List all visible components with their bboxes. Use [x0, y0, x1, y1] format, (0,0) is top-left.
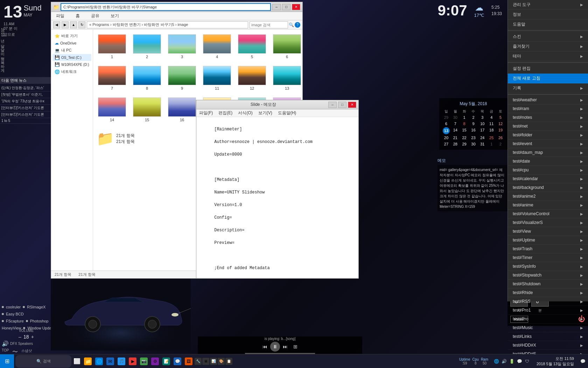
- menu-item-trash[interactable]: test#Trash ▶: [508, 245, 588, 253]
- ribbon-tab-share[interactable]: 공유: [89, 12, 102, 20]
- menu-item-uptime[interactable]: test#Uptime ▶: [508, 236, 588, 245]
- small-icon-3[interactable]: 📊: [210, 358, 217, 365]
- cal-day-21[interactable]: 21: [451, 135, 460, 141]
- editor-menu-help[interactable]: 도움말(H): [278, 110, 296, 116]
- cal-day-18[interactable]: 18: [487, 127, 496, 134]
- cal-day-2[interactable]: 2: [469, 115, 478, 120]
- menu-item-links[interactable]: test#Links ▶: [508, 332, 588, 341]
- menu-item-anime[interactable]: test#anime ▶: [508, 201, 588, 210]
- task-view-btn[interactable]: ⬜: [72, 355, 82, 368]
- menu-item-refresh[interactable]: 전체 새로 고침: [508, 74, 588, 83]
- editor-menu-format[interactable]: 서식(O): [238, 110, 252, 116]
- editor-minimize-btn[interactable]: –: [328, 102, 337, 108]
- app-row-easybcd[interactable]: Easy BCD: [2, 312, 55, 316]
- menu-item-folder[interactable]: test#folder ▶: [508, 131, 588, 139]
- expand-btn[interactable]: ⊞: [293, 344, 298, 349]
- cal-day-1[interactable]: 1: [460, 115, 469, 120]
- forward-btn[interactable]: ▶: [62, 21, 69, 28]
- up-btn[interactable]: ▲: [70, 21, 77, 28]
- sidebar-osdrive[interactable]: 💾 OS_Test (C:): [52, 54, 91, 61]
- cal-day-25[interactable]: 25: [487, 135, 496, 141]
- taskbar-app-10[interactable]: 🖼: [183, 355, 194, 368]
- menu-item-anime2[interactable]: test#anime2 ▶: [508, 192, 588, 201]
- tray-message[interactable]: 💬: [516, 358, 523, 364]
- tray-network[interactable]: 🌐: [493, 358, 499, 364]
- taskbar-app-9[interactable]: 💬: [172, 355, 183, 368]
- cal-day-5[interactable]: 5: [496, 115, 505, 120]
- cal-day-6[interactable]: 6: [442, 121, 450, 127]
- cal-day-28[interactable]: 28: [451, 141, 460, 147]
- cal-day-23[interactable]: 23: [469, 135, 478, 141]
- thumb-11[interactable]: 11: [202, 64, 232, 92]
- menu-item-sysinfo[interactable]: test#SysInfo ▶: [508, 262, 588, 271]
- menu-item-weather[interactable]: test#weather ▶: [508, 96, 588, 104]
- menu-item-daum-map[interactable]: test#daum_map ▶: [508, 148, 588, 157]
- cal-day-24[interactable]: 24: [478, 135, 486, 141]
- ribbon-tab-file[interactable]: 파일: [54, 12, 66, 20]
- menu-item-pro1[interactable]: test#Pro1 ▶: [508, 306, 588, 315]
- thumb-14[interactable]: 14: [97, 96, 127, 123]
- menu-item-hddx[interactable]: test#HDD#X ▶: [508, 341, 588, 350]
- small-icon-5[interactable]: 📋: [225, 358, 232, 365]
- menu-item-volume[interactable]: test#VolumeControl ▶: [508, 210, 588, 218]
- thumb-12[interactable]: 12: [237, 64, 267, 92]
- cal-day-31[interactable]: 31: [478, 141, 486, 147]
- cal-day-14[interactable]: 14: [451, 127, 460, 134]
- menu-item-settings[interactable]: 설정 편집: [508, 64, 588, 74]
- editor-maximize-btn[interactable]: □: [338, 102, 346, 108]
- app-row-coolruler[interactable]: coolruler RSImageX: [2, 305, 55, 309]
- cal-day-10[interactable]: 10: [478, 121, 486, 127]
- minimize-btn[interactable]: –: [272, 4, 281, 10]
- editor-menu-edit[interactable]: 편집(E): [218, 110, 232, 116]
- cal-day-9[interactable]: 9: [469, 121, 478, 127]
- action-center-btn[interactable]: 💬: [578, 354, 588, 368]
- ribbon-tab-home[interactable]: 홈: [74, 12, 82, 20]
- cal-day-29b[interactable]: 29: [460, 141, 469, 147]
- cal-day-3[interactable]: 3: [478, 115, 486, 120]
- menu-item-tools[interactable]: 관리 도구 ▶: [508, 0, 588, 10]
- thumb-15[interactable]: 15: [132, 96, 162, 123]
- menu-item-pro[interactable]: test#Pro ▶: [508, 315, 588, 323]
- cal-day-15[interactable]: 15: [460, 127, 469, 134]
- sidebar-mypc[interactable]: 💻 내 PC: [52, 47, 91, 54]
- menu-item-cpu[interactable]: test#cpu ▶: [508, 166, 588, 175]
- taskbar-app-7[interactable]: ⚙: [150, 355, 160, 368]
- cal-day-2b[interactable]: 2: [496, 141, 505, 147]
- thumb-8[interactable]: 8: [132, 64, 162, 92]
- thumb-9[interactable]: 9: [167, 64, 197, 92]
- cal-day-30b[interactable]: 30: [469, 141, 478, 147]
- menu-item-shutdown[interactable]: test#Shutdown ▶: [508, 280, 588, 288]
- cal-day-4[interactable]: 4: [487, 115, 496, 120]
- editor-menu-file[interactable]: 파일(F): [199, 110, 213, 116]
- editor-content[interactable]: [Rainmeter] Author=esnooze | esnooze.dev…: [196, 117, 358, 278]
- taskbar-app-4[interactable]: 🎵: [116, 355, 127, 368]
- taskbar-clock[interactable]: 오전 11:59 2018 5월 13일 일요일: [533, 356, 578, 367]
- cal-day-19[interactable]: 19: [496, 127, 505, 134]
- menu-item-timer[interactable]: test#Timer ▶: [508, 253, 588, 262]
- menu-item-notes[interactable]: test#notes ▶: [508, 113, 588, 122]
- cal-day-20[interactable]: 20: [442, 135, 450, 141]
- cal-day-26[interactable]: 26: [496, 135, 505, 141]
- volume-plus-btn[interactable]: +: [31, 334, 34, 340]
- refresh-btn[interactable]: ↻: [78, 21, 85, 28]
- menu-item-background[interactable]: test#background ▶: [508, 183, 588, 192]
- menu-item-calendar[interactable]: test#calendar ▶: [508, 175, 588, 183]
- close-btn[interactable]: ✕: [292, 4, 300, 10]
- title-address-bar[interactable]: C:\Programs\바탕화면 변환기\바탕화면 바꾸기5\image: [61, 3, 271, 11]
- taskbar-app-6[interactable]: 📷: [139, 355, 149, 368]
- cal-day-16[interactable]: 16: [469, 127, 478, 134]
- thumb-13[interactable]: 13: [272, 64, 302, 92]
- cal-day-8[interactable]: 8: [460, 121, 469, 127]
- menu-item-music[interactable]: test#Music ▶: [508, 323, 588, 332]
- taskbar-app-3[interactable]: ✉: [105, 355, 115, 368]
- taskbar-app-1[interactable]: 📁: [83, 355, 93, 368]
- thumb-2[interactable]: 2: [132, 33, 162, 60]
- app-row-fscapture[interactable]: FScapture Photoshop: [2, 319, 55, 323]
- cal-day-7[interactable]: 7: [451, 121, 460, 127]
- cal-day-22[interactable]: 22: [460, 135, 469, 141]
- thumb-3[interactable]: 3: [167, 33, 197, 60]
- taskbar-app-2[interactable]: 🌐: [94, 355, 104, 368]
- ribbon-tab-view[interactable]: 보기: [108, 12, 121, 20]
- menu-item-visualizer[interactable]: test#VisualizerS ▶: [508, 218, 588, 227]
- editor-close-btn[interactable]: ✕: [348, 102, 356, 108]
